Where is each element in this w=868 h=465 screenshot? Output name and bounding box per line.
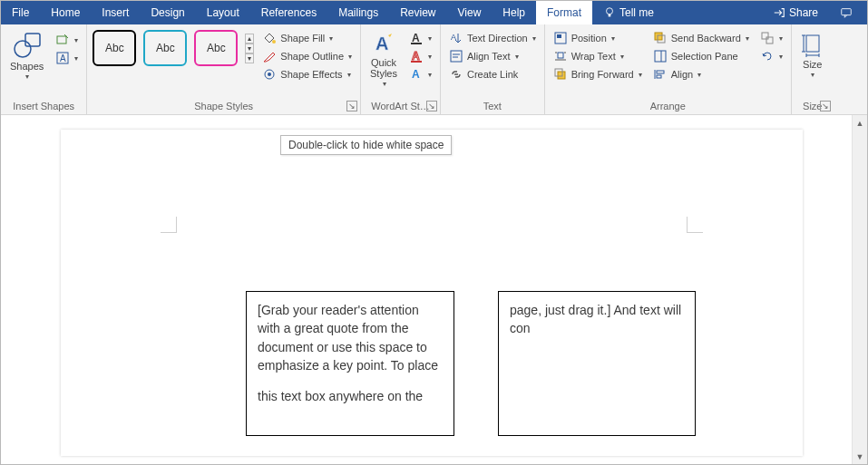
svg-rect-18	[451, 51, 462, 62]
effects-icon	[262, 67, 277, 82]
text-outline-icon: A	[409, 49, 424, 63]
tab-insert[interactable]: Insert	[91, 1, 140, 24]
vertical-scrollbar[interactable]: ▲ ▼	[852, 115, 867, 464]
tell-me[interactable]: Tell me	[592, 1, 665, 24]
margin-guide-tl	[161, 217, 177, 233]
shapes-button[interactable]: Shapes ▾	[6, 30, 47, 83]
size-label: Size	[803, 59, 822, 70]
shapes-icon	[13, 32, 42, 59]
tab-layout[interactable]: Layout	[196, 1, 250, 24]
link-icon	[449, 67, 463, 82]
style-preset-3[interactable]: Abc	[194, 30, 238, 66]
scroll-down-button[interactable]: ▼	[853, 449, 867, 464]
send-backward-icon	[653, 31, 668, 45]
shape-styles-launcher[interactable]: ↘	[346, 101, 357, 111]
style-preset-2[interactable]: Abc	[143, 30, 187, 66]
text-fill-icon: A	[409, 31, 424, 45]
selection-pane-icon	[653, 49, 668, 63]
quick-styles-button[interactable]: A Quick Styles ▾	[366, 30, 401, 91]
svg-rect-37	[766, 37, 773, 44]
rotate-button[interactable]: ▾	[757, 48, 785, 64]
group-label-insert-shapes: Insert Shapes	[6, 99, 81, 114]
bring-forward-button[interactable]: Bring Forward▾	[551, 66, 645, 82]
share-button[interactable]: Share	[762, 1, 829, 24]
svg-rect-3	[25, 34, 40, 46]
edit-shape-button[interactable]: ▾	[53, 32, 81, 48]
wrap-text-button[interactable]: Wrap Text▾	[551, 48, 645, 64]
size-launcher[interactable]: ↘	[820, 101, 831, 111]
svg-rect-15	[411, 61, 422, 63]
share-label: Share	[789, 6, 818, 19]
group-label-shape-styles: Shape Styles	[93, 99, 355, 114]
shapes-label: Shapes	[10, 61, 44, 72]
text-outline-button[interactable]: A▾	[406, 48, 434, 64]
textbox-button[interactable]: A▾	[53, 50, 81, 66]
group-arrange: Position▾ Wrap Text▾ Bring Forward▾ Send…	[545, 24, 792, 114]
rotate-icon	[760, 49, 775, 63]
text-direction-button[interactable]: AText Direction▾	[446, 30, 539, 46]
comment-icon	[840, 6, 853, 19]
comments-pane-icon[interactable]	[829, 1, 867, 24]
size-icon	[801, 32, 824, 57]
group-icon	[760, 31, 775, 45]
position-icon	[553, 31, 568, 45]
tab-design[interactable]: Design	[140, 1, 195, 24]
svg-rect-23	[558, 53, 563, 58]
text-box-2[interactable]: page, just drag it.] And text will con	[498, 291, 696, 436]
tab-format[interactable]: Format	[536, 1, 592, 24]
shape-fill-button[interactable]: Shape Fill▾	[259, 30, 355, 46]
shape-outline-button[interactable]: Shape Outline▾	[259, 48, 355, 64]
scroll-up-button[interactable]: ▲	[853, 115, 867, 131]
wrap-text-icon	[553, 49, 568, 63]
svg-rect-35	[657, 75, 661, 78]
text-effects-icon: A	[409, 67, 424, 82]
align-button[interactable]: Align▾	[650, 66, 752, 82]
tab-help[interactable]: Help	[492, 1, 536, 24]
size-button[interactable]: Size ▾	[797, 30, 828, 82]
align-text-icon	[449, 49, 463, 63]
svg-rect-31	[655, 51, 666, 62]
style-gallery-spinner[interactable]: ▴ ▾ ▾	[245, 34, 254, 63]
svg-rect-5	[57, 36, 66, 44]
group-objects-button[interactable]: ▾	[757, 30, 785, 46]
align-text-button[interactable]: Align Text▾	[446, 48, 539, 64]
pen-outline-icon	[262, 49, 277, 63]
svg-text:A: A	[60, 53, 66, 63]
style-preset-1[interactable]: Abc	[93, 30, 136, 66]
tab-view[interactable]: View	[447, 1, 493, 24]
edit-shape-icon	[55, 33, 70, 47]
svg-rect-1	[609, 15, 611, 17]
tab-mailings[interactable]: Mailings	[327, 1, 389, 24]
svg-point-0	[607, 8, 613, 15]
svg-rect-29	[655, 33, 662, 40]
margin-guide-tr	[687, 217, 703, 233]
wordart-launcher[interactable]: ↘	[426, 101, 437, 111]
position-button[interactable]: Position▾	[551, 30, 645, 46]
tell-me-label: Tell me	[619, 6, 654, 19]
share-icon	[773, 6, 785, 19]
svg-text:A: A	[412, 32, 420, 44]
tab-file[interactable]: File	[1, 1, 40, 24]
tab-home[interactable]: Home	[40, 1, 91, 24]
svg-rect-13	[411, 43, 422, 44]
send-backward-button[interactable]: Send Backward▾	[650, 30, 752, 46]
selection-pane-button[interactable]: Selection Pane	[650, 48, 752, 64]
text-effects-button[interactable]: A▾	[406, 66, 434, 82]
group-shape-styles: Abc Abc Abc ▴ ▾ ▾ Shape Fill▾ Shape Outl…	[87, 24, 361, 114]
text-box-1[interactable]: [Grab your reader's attention with a gre…	[246, 291, 454, 436]
text-fill-button[interactable]: A▾	[406, 30, 434, 46]
create-link-button[interactable]: Create Link	[446, 66, 539, 82]
group-label-wordart: WordArt St…	[366, 99, 434, 114]
svg-text:A: A	[412, 50, 420, 63]
svg-text:A: A	[375, 34, 388, 53]
tab-references[interactable]: References	[250, 1, 327, 24]
ribbon: Shapes ▾ ▾ A▾ Insert Shapes Abc Abc Abc …	[1, 24, 867, 115]
shape-effects-button[interactable]: Shape Effects▾	[259, 66, 355, 82]
quick-styles-label: Quick Styles	[370, 57, 397, 79]
tab-review[interactable]: Review	[389, 1, 446, 24]
svg-point-10	[268, 73, 271, 76]
bucket-icon	[262, 31, 277, 45]
ribbon-tabs: File Home Insert Design Layout Reference…	[1, 1, 867, 24]
svg-rect-38	[806, 35, 819, 52]
svg-rect-34	[657, 71, 664, 73]
